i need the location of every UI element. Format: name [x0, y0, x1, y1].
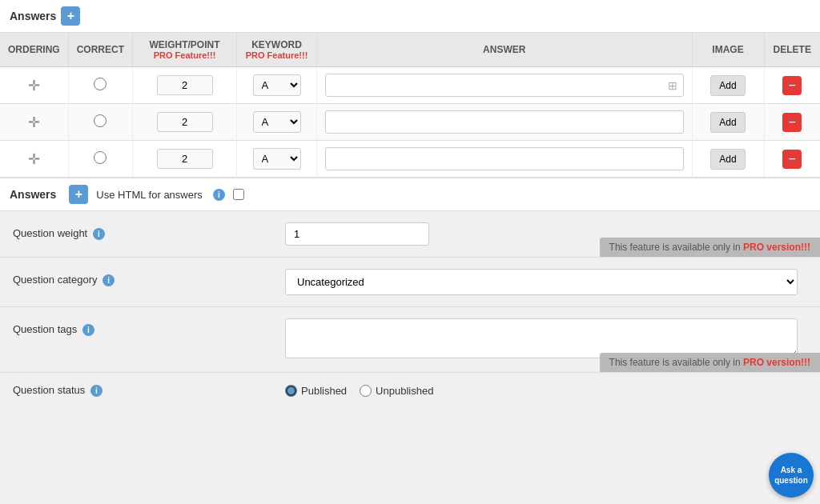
delete-btn-1[interactable]: − [782, 76, 802, 95]
answers-footer: Answers + Use HTML for answers i [0, 178, 820, 211]
question-weight-row: Question weight i This feature is availa… [0, 211, 820, 258]
question-category-info-icon: i [102, 274, 115, 286]
answers-top-header: Answers + [0, 0, 820, 33]
question-category-content: Uncategorized Category 1 Category 2 [285, 269, 807, 295]
weight-cell-3 [133, 141, 237, 178]
correct-radio-1[interactable] [94, 78, 107, 90]
question-category-label: Question category i [13, 269, 285, 286]
question-weight-info-icon: i [93, 228, 105, 240]
delete-cell-1: − [764, 67, 820, 104]
table-row: ✛ ABCD Add − [0, 104, 820, 141]
correct-cell-3 [68, 141, 132, 178]
status-published-radio[interactable] [285, 385, 297, 397]
question-status-label: Question status i [13, 384, 285, 397]
question-status-info-icon: i [90, 385, 102, 397]
image-cell-1: Add [692, 67, 764, 104]
col-header-weight: WEIGHT/POINT PRO Feature!!! [133, 33, 237, 67]
ask-question-bubble[interactable]: Ask aquestion [769, 453, 814, 498]
keyword-select-3[interactable]: ABCD [253, 148, 301, 170]
weight-cell-2 [133, 104, 237, 141]
keyword-select-1[interactable]: ABCD [253, 74, 301, 96]
correct-cell-2 [68, 104, 132, 141]
correct-cell-1 [68, 67, 132, 104]
answers-table: ORDERING CORRECT WEIGHT/POINT PRO Featur… [0, 33, 820, 178]
add-answer-top-button[interactable]: + [61, 6, 80, 26]
keyword-select-2[interactable]: ABCD [253, 111, 301, 133]
status-options: Published Unpublished [285, 385, 433, 397]
status-unpublished-option[interactable]: Unpublished [360, 385, 433, 397]
use-html-label: Use HTML for answers [96, 189, 202, 201]
table-row: ✛ ABCD Add − [0, 141, 820, 178]
question-category-row: Question category i Uncategorized Catego… [0, 258, 820, 307]
image-cell-3: Add [692, 141, 764, 178]
answer-cell-3 [317, 141, 692, 178]
keyword-pro-label: PRO Feature!!! [245, 50, 308, 60]
weight-pro-label: PRO Feature!!! [141, 50, 228, 60]
status-published-label: Published [301, 385, 347, 397]
answer-input-1[interactable] [325, 74, 683, 97]
status-unpublished-label: Unpublished [376, 385, 433, 397]
drag-handle-icon-2[interactable]: ✛ [28, 114, 40, 130]
status-published-option[interactable]: Published [285, 385, 347, 397]
weight-cell-1 [133, 67, 237, 104]
question-category-select[interactable]: Uncategorized Category 1 Category 2 [285, 269, 798, 295]
add-image-btn-2[interactable]: Add [710, 112, 745, 133]
answer-input-wrapper-1: ⊞ [325, 74, 683, 97]
question-tags-row: Question tags i This feature is availabl… [0, 307, 820, 373]
delete-btn-3[interactable]: − [782, 150, 802, 169]
col-header-keyword: KEYWORD PRO Feature!!! [237, 33, 317, 67]
drag-handle-icon-3[interactable]: ✛ [28, 151, 40, 167]
question-tags-label: Question tags i [13, 318, 285, 336]
col-header-correct: CORRECT [68, 33, 132, 67]
weight-input-3[interactable] [157, 149, 213, 169]
question-weight-pro-text: PRO version!!! [743, 242, 810, 253]
weight-input-2[interactable] [157, 112, 213, 132]
question-tags-pro-notice: This feature is available only in PRO ve… [600, 353, 820, 372]
question-tags-pro-text: PRO version!!! [743, 357, 810, 368]
status-unpublished-radio[interactable] [360, 385, 372, 397]
col-header-image: IMAGE [692, 33, 764, 67]
table-row: ✛ ABCD ⊞ Add − [0, 67, 820, 104]
correct-radio-3[interactable] [94, 151, 107, 164]
settings-section: Question weight i This feature is availa… [0, 211, 820, 408]
question-tags-info-icon: i [82, 324, 94, 336]
delete-cell-3: − [764, 141, 820, 178]
use-html-info-icon: i [213, 189, 225, 201]
weight-input-1[interactable] [157, 75, 213, 95]
delete-cell-2: − [764, 104, 820, 141]
answer-input-3[interactable] [325, 147, 683, 170]
ask-bubble-text: Ask aquestion [774, 465, 808, 486]
col-header-delete: DELETE [764, 33, 820, 67]
keyword-cell-1: ABCD [237, 67, 317, 104]
correct-radio-2[interactable] [94, 114, 107, 127]
ordering-cell-3: ✛ [0, 141, 68, 178]
ordering-cell-1: ✛ [0, 67, 68, 104]
add-image-btn-1[interactable]: Add [710, 75, 745, 96]
col-header-answer: ANSWER [317, 33, 692, 67]
answer-cell-1: ⊞ [317, 67, 692, 104]
keyword-cell-3: ABCD [237, 141, 317, 178]
keyword-cell-2: ABCD [237, 104, 317, 141]
question-weight-label: Question weight i [13, 222, 285, 240]
table-icon-1: ⊞ [668, 79, 677, 92]
answers-bottom-label: Answers [10, 188, 56, 201]
add-image-btn-3[interactable]: Add [710, 149, 745, 170]
answers-table-head: ORDERING CORRECT WEIGHT/POINT PRO Featur… [0, 33, 820, 67]
question-weight-pro-notice: This feature is available only in PRO ve… [600, 238, 820, 257]
col-header-ordering: ORDERING [0, 33, 68, 67]
drag-handle-icon-1[interactable]: ✛ [28, 78, 40, 94]
answers-table-body: ✛ ABCD ⊞ Add − [0, 67, 820, 178]
image-cell-2: Add [692, 104, 764, 141]
use-html-checkbox[interactable] [233, 189, 244, 200]
answer-input-2[interactable] [325, 110, 683, 134]
table-header-row: ORDERING CORRECT WEIGHT/POINT PRO Featur… [0, 33, 820, 67]
answer-input-wrapper-2 [325, 110, 683, 134]
question-weight-input[interactable] [285, 222, 429, 246]
answers-top-label: Answers [10, 10, 56, 22]
delete-btn-2[interactable]: − [782, 113, 802, 132]
ordering-cell-2: ✛ [0, 104, 68, 141]
answer-cell-2 [317, 104, 692, 141]
answer-input-wrapper-3 [325, 147, 683, 170]
question-status-row: Question status i Published Unpublished [0, 373, 820, 408]
add-answer-bottom-button[interactable]: + [69, 185, 88, 204]
